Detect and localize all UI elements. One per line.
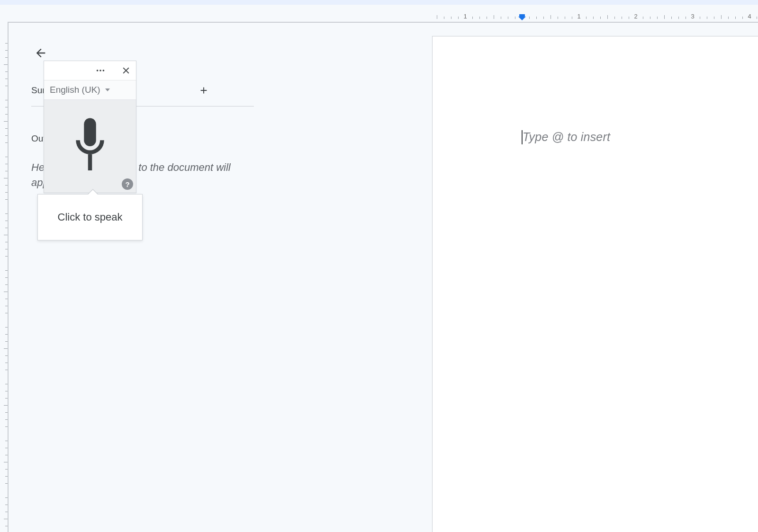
outline-back-button[interactable] xyxy=(31,44,50,62)
ruler-tick xyxy=(508,17,508,19)
chevron-down-icon xyxy=(105,89,110,91)
ruler-tick xyxy=(643,17,643,19)
ruler-tick xyxy=(501,17,501,19)
ruler-tick xyxy=(586,17,587,19)
ruler-tick xyxy=(650,17,650,19)
ruler-tick xyxy=(714,17,714,19)
ruler-tick xyxy=(4,121,8,122)
ruler-tick xyxy=(4,519,8,519)
ruler-number: 4 xyxy=(748,13,751,20)
ruler-tick xyxy=(757,17,757,19)
ruler-tick xyxy=(437,15,437,19)
ruler-tick xyxy=(622,17,622,19)
ruler-tick xyxy=(686,17,686,19)
ruler-tick xyxy=(565,17,565,19)
microphone-icon xyxy=(66,116,114,177)
svg-point-2 xyxy=(103,70,105,71)
ruler-tick xyxy=(494,15,494,19)
ruler-tick xyxy=(487,17,487,19)
ruler-tick xyxy=(479,17,480,19)
svg-point-0 xyxy=(97,70,99,71)
ruler-tick xyxy=(536,17,537,19)
ruler-tick xyxy=(657,17,658,19)
ruler-tick xyxy=(707,17,707,19)
ruler-tick xyxy=(572,17,572,19)
ruler-tick xyxy=(600,17,601,19)
ruler-tick xyxy=(721,15,722,19)
vertical-ruler xyxy=(0,22,8,532)
add-summary-button[interactable] xyxy=(197,84,210,97)
voice-typing-card[interactable]: English (UK) ? xyxy=(44,61,136,193)
ruler-tick xyxy=(4,64,8,65)
ruler-tick xyxy=(444,17,444,19)
top-tint xyxy=(0,0,758,5)
ruler-tick xyxy=(543,17,544,19)
ruler-tick xyxy=(4,405,8,406)
voice-close-button[interactable] xyxy=(121,65,131,76)
voice-card-header xyxy=(44,61,136,80)
arrow-left-icon xyxy=(34,46,47,60)
ruler-tick xyxy=(629,17,629,19)
ruler-tick xyxy=(4,462,8,462)
ruler-tick xyxy=(451,17,451,19)
ruler-tick xyxy=(529,17,530,19)
svg-rect-4 xyxy=(88,154,92,170)
more-horizontal-icon xyxy=(95,65,106,76)
voice-microphone-button[interactable]: ? xyxy=(44,100,136,193)
ruler-tick xyxy=(728,17,729,19)
ruler-tick xyxy=(700,17,700,19)
voice-tooltip: Click to speak xyxy=(37,194,143,240)
ruler-number: 1 xyxy=(577,13,580,20)
ruler-tick xyxy=(614,17,615,19)
ruler-tick xyxy=(735,17,736,19)
voice-language-select[interactable]: English (UK) xyxy=(44,80,136,100)
ruler-number: 1 xyxy=(463,13,467,20)
svg-point-1 xyxy=(99,70,101,71)
document-page[interactable]: Type @ to insert xyxy=(432,36,758,532)
ruler-tick xyxy=(4,292,8,292)
voice-tooltip-label: Click to speak xyxy=(58,211,123,223)
ruler-tick xyxy=(607,15,608,19)
horizontal-ruler: 11234 xyxy=(432,7,758,19)
ruler-tick xyxy=(472,17,473,19)
question-icon: ? xyxy=(125,180,129,188)
ruler-tick xyxy=(664,15,665,19)
ruler-tick xyxy=(678,17,679,19)
ruler-number: 3 xyxy=(691,13,694,20)
close-icon xyxy=(121,65,131,76)
voice-help-button[interactable]: ? xyxy=(122,178,133,190)
ruler-tick xyxy=(550,15,551,19)
ruler-number: 2 xyxy=(634,13,637,20)
indent-marker[interactable] xyxy=(518,14,526,21)
ruler-tick xyxy=(671,17,672,19)
ruler-tick xyxy=(458,17,459,19)
ruler-tick xyxy=(4,235,8,235)
ruler-tick xyxy=(515,17,515,19)
ruler-tick xyxy=(4,178,8,178)
voice-more-button[interactable] xyxy=(95,65,106,76)
page-placeholder: Type @ to insert xyxy=(523,130,610,144)
ruler-tick xyxy=(558,17,558,19)
svg-rect-3 xyxy=(84,118,96,147)
ruler-tick xyxy=(742,17,743,19)
ruler-tick xyxy=(593,17,594,19)
plus-icon xyxy=(199,85,209,96)
voice-language-label: English (UK) xyxy=(50,85,100,95)
ruler-tick xyxy=(4,348,8,349)
